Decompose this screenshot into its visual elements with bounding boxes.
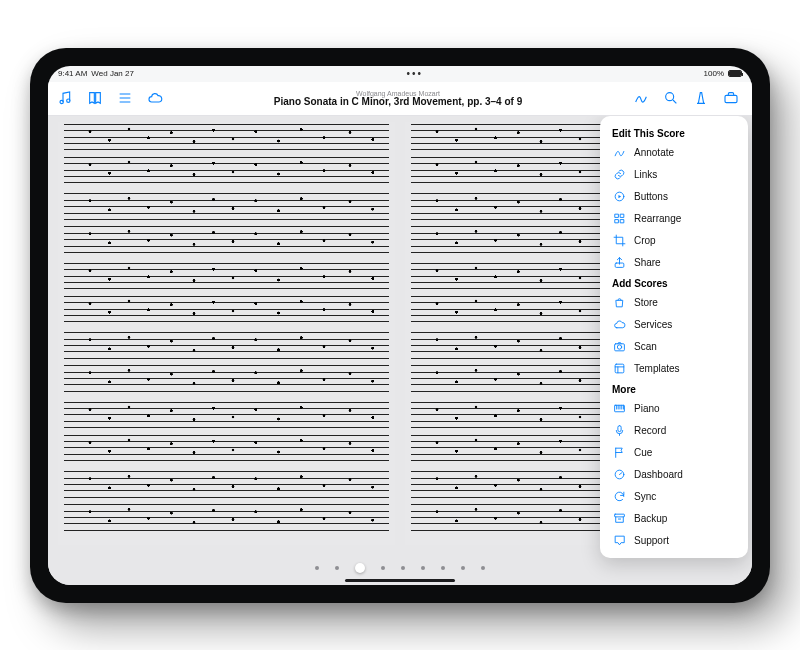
toolbox-icon[interactable] <box>722 89 740 107</box>
cloud-icon[interactable] <box>146 89 164 107</box>
sync-icon <box>612 490 626 504</box>
svg-rect-6 <box>620 214 623 217</box>
home-indicator[interactable] <box>345 579 455 582</box>
edit-item-annotate-label: Annotate <box>634 147 674 158</box>
edit-item-crop-label: Crop <box>634 235 656 246</box>
pencil-icon <box>612 146 626 160</box>
screen: 9:41 AM Wed Jan 27 ••• 100% <box>48 66 752 585</box>
page-dot[interactable] <box>355 563 365 573</box>
multitask-dots[interactable]: ••• <box>134 68 696 79</box>
more-item-piano[interactable]: Piano <box>600 398 748 420</box>
page-dot[interactable] <box>441 566 445 570</box>
add-item-store[interactable]: Store <box>600 292 748 314</box>
app-toolbar: Wolfgang Amadeus Mozart Piano Sonata in … <box>48 82 752 116</box>
edit-item-share-label: Share <box>634 257 661 268</box>
page-dot[interactable] <box>481 566 485 570</box>
metronome-icon[interactable] <box>692 89 710 107</box>
more-item-cue[interactable]: Cue <box>600 442 748 464</box>
share-icon <box>612 256 626 270</box>
more-item-record[interactable]: Record <box>600 420 748 442</box>
section-more-title: More <box>600 380 748 398</box>
music-system <box>64 191 389 254</box>
gauge-icon <box>612 468 626 482</box>
add-item-scan-label: Scan <box>634 341 657 352</box>
music-system <box>64 122 389 185</box>
add-item-templates-label: Templates <box>634 363 680 374</box>
music-system <box>64 330 389 393</box>
svg-rect-8 <box>620 220 623 223</box>
link-icon <box>612 168 626 182</box>
page-indicator[interactable] <box>48 563 752 573</box>
svg-rect-7 <box>615 220 618 223</box>
bookmarks-icon[interactable] <box>86 89 104 107</box>
more-item-dashboard[interactable]: Dashboard <box>600 464 748 486</box>
more-item-piano-label: Piano <box>634 403 660 414</box>
add-item-store-label: Store <box>634 297 658 308</box>
section-add-title: Add Scores <box>600 274 748 292</box>
edit-item-annotate[interactable]: Annotate <box>600 142 748 164</box>
piano-icon <box>612 402 626 416</box>
edit-item-share[interactable]: Share <box>600 252 748 274</box>
music-system <box>64 260 389 323</box>
edit-item-buttons[interactable]: Buttons <box>600 186 748 208</box>
svg-rect-3 <box>725 95 737 102</box>
title-area[interactable]: Wolfgang Amadeus Mozart Piano Sonata in … <box>176 90 620 107</box>
cloud-icon <box>612 318 626 332</box>
more-item-support-label: Support <box>634 535 669 546</box>
templates-icon <box>612 362 626 376</box>
edit-item-crop[interactable]: Crop <box>600 230 748 252</box>
page-dot[interactable] <box>335 566 339 570</box>
svg-point-1 <box>67 99 70 102</box>
status-bar: 9:41 AM Wed Jan 27 ••• 100% <box>48 66 752 82</box>
annotate-icon[interactable] <box>632 89 650 107</box>
score-title: Piano Sonata in C Minor, 3rd Movement, p… <box>274 97 522 107</box>
status-time: 9:41 AM <box>58 69 87 78</box>
page-dot[interactable] <box>315 566 319 570</box>
search-icon[interactable] <box>662 89 680 107</box>
more-item-cue-label: Cue <box>634 447 652 458</box>
battery-icon <box>728 70 742 77</box>
edit-item-rearrange-label: Rearrange <box>634 213 681 224</box>
status-date: Wed Jan 27 <box>91 69 134 78</box>
circle-play-icon <box>612 190 626 204</box>
page-dot[interactable] <box>421 566 425 570</box>
score-page-left[interactable] <box>58 122 395 545</box>
add-item-scan[interactable]: Scan <box>600 336 748 358</box>
more-item-sync[interactable]: Sync <box>600 486 748 508</box>
more-item-record-label: Record <box>634 425 666 436</box>
battery-percent: 100% <box>704 69 724 78</box>
svg-rect-12 <box>615 364 624 373</box>
camera-icon <box>612 340 626 354</box>
mic-icon <box>612 424 626 438</box>
svg-point-2 <box>666 93 674 101</box>
crop-icon <box>612 234 626 248</box>
svg-rect-16 <box>614 514 624 517</box>
add-item-templates[interactable]: Templates <box>600 358 748 380</box>
tools-popover: Edit This Score AnnotateLinksButtonsRear… <box>600 116 748 558</box>
more-item-support[interactable]: Support <box>600 530 748 552</box>
section-edit-title: Edit This Score <box>600 124 748 142</box>
music-system <box>64 399 389 462</box>
content-area: Edit This Score AnnotateLinksButtonsRear… <box>48 116 752 585</box>
more-item-sync-label: Sync <box>634 491 656 502</box>
svg-point-0 <box>60 100 63 103</box>
edit-item-links[interactable]: Links <box>600 164 748 186</box>
setlist-icon[interactable] <box>116 89 134 107</box>
page-dot[interactable] <box>381 566 385 570</box>
page-dot[interactable] <box>401 566 405 570</box>
add-item-services[interactable]: Services <box>600 314 748 336</box>
more-item-backup-label: Backup <box>634 513 667 524</box>
more-item-dashboard-label: Dashboard <box>634 469 683 480</box>
svg-point-11 <box>617 345 621 349</box>
ipad-frame: 9:41 AM Wed Jan 27 ••• 100% <box>30 48 770 603</box>
flag-icon <box>612 446 626 460</box>
more-item-backup[interactable]: Backup <box>600 508 748 530</box>
now-playing-icon[interactable] <box>56 89 74 107</box>
music-system <box>64 469 389 532</box>
edit-item-rearrange[interactable]: Rearrange <box>600 208 748 230</box>
svg-rect-14 <box>617 426 620 432</box>
svg-rect-5 <box>615 214 618 217</box>
archive-icon <box>612 512 626 526</box>
edit-item-buttons-label: Buttons <box>634 191 668 202</box>
page-dot[interactable] <box>461 566 465 570</box>
